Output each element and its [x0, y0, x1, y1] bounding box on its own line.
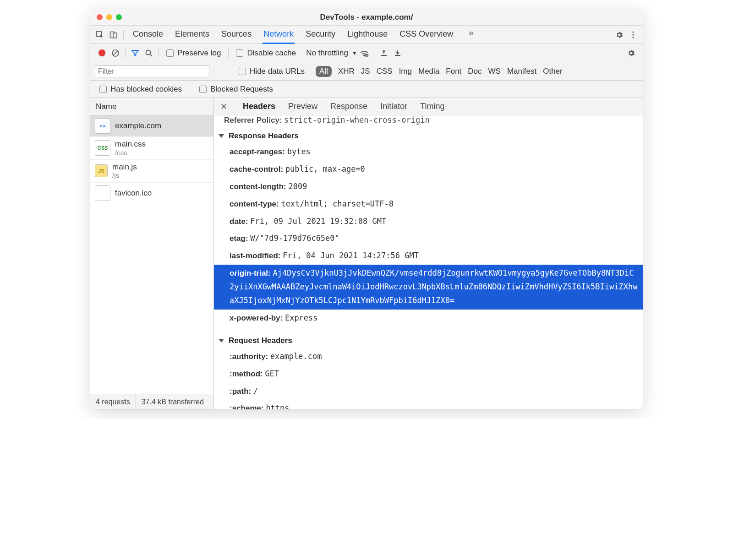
header-row[interactable]: content-type: text/html; charset=UTF-8	[214, 196, 643, 213]
svg-point-5	[632, 37, 634, 38]
chip-ws[interactable]: WS	[488, 67, 501, 76]
network-conditions-icon[interactable]	[357, 46, 371, 60]
chip-media[interactable]: Media	[418, 67, 439, 76]
filter-input[interactable]	[95, 65, 209, 77]
request-row[interactable]: JS main.js /js	[90, 160, 213, 183]
svg-rect-2	[113, 33, 117, 38]
svg-point-4	[632, 34, 634, 35]
tab-elements[interactable]: Elements	[174, 26, 210, 43]
export-har-icon[interactable]	[391, 46, 405, 60]
preserve-log-checkbox[interactable]: Preserve log	[166, 49, 221, 58]
tab-security[interactable]: Security	[305, 26, 336, 43]
tab-sources[interactable]: Sources	[220, 26, 252, 43]
more-tabs-icon[interactable]: »	[464, 26, 478, 39]
chip-doc[interactable]: Doc	[468, 67, 481, 76]
header-key: date:	[230, 217, 250, 226]
main-tabstrip: Console Elements Sources Network Securit…	[90, 26, 643, 44]
request-row[interactable]: favicon.ico	[90, 183, 213, 204]
header-key: content-length:	[230, 182, 288, 191]
header-key: Referrer Policy:	[224, 116, 282, 125]
tab-console[interactable]: Console	[132, 26, 164, 43]
header-key: cache-control:	[230, 165, 285, 174]
request-name: example.com	[115, 121, 161, 130]
header-value: Express	[285, 313, 318, 322]
column-header-name[interactable]: Name	[90, 98, 213, 115]
header-value: Aj4DysCv3VjknU3jJvkDEwnQZK/vmse4rdd8jZog…	[230, 268, 637, 305]
svg-rect-13	[395, 55, 400, 56]
header-row[interactable]: accept-ranges: bytes	[214, 143, 643, 161]
request-path: /js	[112, 171, 137, 179]
minimize-window-icon[interactable]	[106, 14, 112, 20]
svg-rect-12	[381, 55, 387, 56]
device-toggle-icon[interactable]	[107, 28, 120, 42]
filter-bar-2: Has blocked cookies Blocked Requests	[90, 81, 643, 98]
tab-network[interactable]: Network	[263, 26, 295, 44]
chip-xhr[interactable]: XHR	[338, 67, 355, 76]
close-detail-icon[interactable]: ✕	[220, 102, 227, 112]
chip-font[interactable]: Font	[446, 67, 461, 76]
tab-css-overview[interactable]: CSS Overview	[399, 26, 454, 43]
header-row[interactable]: content-length: 2009	[214, 178, 643, 196]
import-har-icon[interactable]	[377, 46, 391, 60]
settings-icon[interactable]	[613, 28, 626, 42]
hide-data-urls-checkbox[interactable]: Hide data URLs	[239, 67, 305, 76]
zoom-window-icon[interactable]	[116, 14, 122, 20]
throttling-select[interactable]: No throttling ▼	[306, 49, 357, 58]
request-headers-section[interactable]: Request Headers	[214, 332, 643, 348]
header-row[interactable]: x-powered-by: Express	[214, 310, 643, 327]
split-pane: Name <> example.com CSS main.css /css JS	[90, 98, 643, 409]
header-row[interactable]: last-modified: Fri, 04 Jun 2021 14:27:56…	[214, 247, 643, 265]
header-row[interactable]: :authority: example.com	[214, 348, 643, 365]
header-key: :authority:	[230, 352, 270, 361]
file-js-icon: JS	[95, 164, 108, 177]
chip-js[interactable]: JS	[361, 67, 370, 76]
detail-tab-headers[interactable]: Headers	[243, 102, 275, 111]
detail-tab-timing[interactable]: Timing	[420, 102, 444, 111]
blocked-requests-checkbox[interactable]: Blocked Requests	[199, 85, 273, 94]
chip-all[interactable]: All	[316, 66, 332, 77]
header-value: example.com	[270, 352, 322, 361]
chip-other[interactable]: Other	[543, 67, 563, 76]
preserve-log-label: Preserve log	[177, 49, 221, 58]
detail-tab-preview[interactable]: Preview	[288, 102, 317, 111]
header-value: bytes	[287, 147, 311, 156]
filter-icon[interactable]	[128, 46, 142, 60]
chip-img[interactable]: Img	[399, 67, 412, 76]
request-row[interactable]: CSS main.css /css	[90, 137, 213, 160]
file-html-icon: <>	[95, 118, 110, 134]
settings-icon[interactable]	[624, 46, 638, 60]
header-row[interactable]: origin-trial: Aj4DysCv3VjknU3jJvkDEwnQZK…	[214, 265, 643, 310]
header-row[interactable]: :scheme: https	[214, 400, 643, 409]
search-icon[interactable]	[142, 46, 156, 60]
chip-manifest[interactable]: Manifest	[507, 67, 536, 76]
disable-cache-checkbox[interactable]: Disable cache	[236, 49, 296, 58]
header-row[interactable]: cache-control: public, max-age=0	[214, 161, 643, 178]
header-row[interactable]: etag: W/"7d9-179d76c65e0"	[214, 230, 643, 247]
header-value: strict-origin-when-cross-origin	[284, 115, 429, 125]
record-button[interactable]	[95, 46, 109, 60]
clear-icon[interactable]	[109, 46, 122, 60]
inspect-element-icon[interactable]	[93, 28, 107, 42]
detail-tab-initiator[interactable]: Initiator	[380, 102, 407, 111]
header-key: accept-ranges:	[230, 147, 287, 156]
header-row[interactable]: :method: GET	[214, 365, 643, 383]
header-key: last-modified:	[230, 251, 283, 260]
tab-lighthouse[interactable]: Lighthouse	[346, 26, 388, 43]
request-row[interactable]: <> example.com	[90, 115, 213, 137]
detail-body[interactable]: Referrer Policy: strict-origin-when-cros…	[214, 115, 643, 409]
close-window-icon[interactable]	[97, 14, 103, 20]
kebab-menu-icon[interactable]	[626, 28, 640, 42]
header-row[interactable]: :path: /	[214, 383, 643, 400]
header-value: Fri, 04 Jun 2021 14:27:56 GMT	[283, 251, 419, 260]
chip-css[interactable]: CSS	[377, 67, 393, 76]
header-row[interactable]: date: Fri, 09 Jul 2021 19:32:08 GMT	[214, 213, 643, 230]
blocked-cookies-checkbox[interactable]: Has blocked cookies	[99, 85, 182, 94]
svg-point-10	[363, 54, 365, 56]
detail-tab-response[interactable]: Response	[330, 102, 367, 111]
section-title: Response Headers	[229, 131, 299, 141]
header-value: W/"7d9-179d76c65e0"	[250, 234, 339, 243]
status-bar: 4 requests 37.4 kB transferred	[90, 394, 213, 409]
detail-tabs: ✕ Headers Preview Response Initiator Tim…	[214, 98, 643, 115]
throttling-label: No throttling	[306, 49, 348, 58]
response-headers-section[interactable]: Response Headers	[214, 127, 643, 143]
